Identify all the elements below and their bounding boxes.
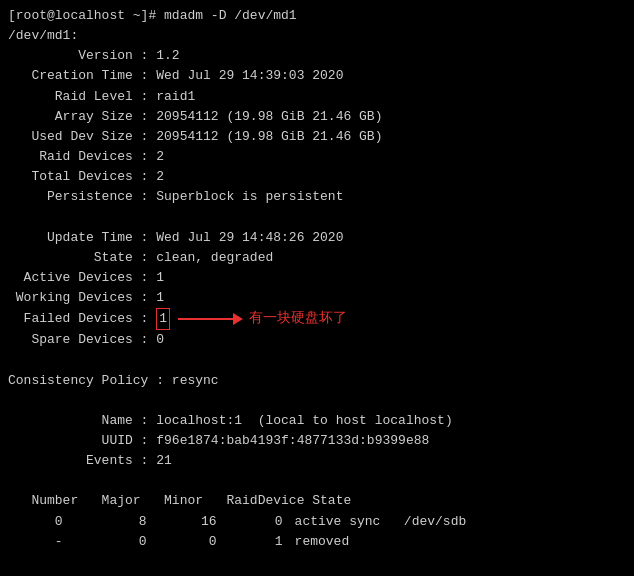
failed-devices-line: Failed Devices : 1 有一块硬盘坏了 (8, 308, 626, 330)
table-row-removed: - 0 0 1 removed (8, 532, 626, 552)
table-row-0: 0 8 16 0 active sync /dev/sdb (8, 512, 626, 532)
row0-minor: 16 (151, 512, 221, 532)
row2-major: 8 (63, 572, 151, 576)
command-line: [root@localhost ~]# mdadm -D /dev/md1 (8, 6, 626, 26)
working-devices-label: Working Devices : (8, 288, 156, 308)
state-value: clean, degraded (156, 248, 273, 268)
raid-level-value: raid1 (156, 87, 195, 107)
version-value: 1.2 (156, 46, 179, 66)
spare-devices-label: Spare Devices : (8, 330, 156, 350)
array-size-line: Array Size : 20954112 (19.98 GiB 21.46 G… (8, 107, 626, 127)
terminal: [root@localhost ~]# mdadm -D /dev/md1 /d… (0, 0, 634, 576)
row1-number: - (8, 532, 63, 552)
raid-level-line: Raid Level : raid1 (8, 87, 626, 107)
annotation-arrow: 有一块硬盘坏了 (178, 308, 347, 330)
working-devices-value: 1 (156, 288, 164, 308)
total-devices-value: 2 (156, 167, 164, 187)
failed-devices-value: 1 (156, 308, 170, 330)
update-time-line: Update Time : Wed Jul 29 14:48:26 2020 (8, 228, 626, 248)
name-label: Name : (8, 411, 156, 431)
array-size-label: Array Size : (8, 107, 156, 127)
row2-raiddevice: - (221, 572, 287, 576)
spare-devices-value: 0 (156, 330, 164, 350)
working-devices-line: Working Devices : 1 (8, 288, 626, 308)
used-dev-size-value: 20954112 (19.98 GiB 21.46 GB) (156, 127, 382, 147)
table-row-faulty: 1 8 32 - faulty /dev/sdc (8, 572, 626, 576)
creation-time-label: Creation Time : (8, 66, 156, 86)
raid-level-label: Raid Level : (8, 87, 156, 107)
used-dev-size-line: Used Dev Size : 20954112 (19.98 GiB 21.4… (8, 127, 626, 147)
dev-label-line: /dev/md1: (8, 26, 626, 46)
blank1 (8, 207, 626, 227)
total-devices-label: Total Devices : (8, 167, 156, 187)
creation-time-value: Wed Jul 29 14:39:03 2020 (156, 66, 343, 86)
row1-state: removed (295, 532, 350, 552)
dev-label: /dev/md1: (8, 26, 78, 46)
events-value: 21 (156, 451, 172, 471)
used-dev-size-label: Used Dev Size : (8, 127, 156, 147)
row0-state: active sync /dev/sdb (295, 512, 467, 532)
uuid-value: f96e1874:bab4193f:4877133d:b9399e88 (156, 431, 429, 451)
raid-devices-value: 2 (156, 147, 164, 167)
active-devices-line: Active Devices : 1 (8, 268, 626, 288)
consistency-policy-value: resync (172, 371, 219, 391)
row0-raiddevice: 0 (221, 512, 287, 532)
row0-number: 0 (8, 512, 63, 532)
raid-devices-label: Raid Devices : (8, 147, 156, 167)
row1-raiddevice: 1 (221, 532, 287, 552)
active-devices-value: 1 (156, 268, 164, 288)
persistence-value: Superblock is persistent (156, 187, 343, 207)
blank2 (8, 350, 626, 370)
table-header: Number Major Minor RaidDevice State (8, 491, 626, 511)
version-line: Version : 1.2 (8, 46, 626, 66)
blank3 (8, 391, 626, 411)
row2-state: faulty /dev/sdc (295, 572, 467, 576)
failed-devices-label: Failed Devices : (8, 309, 156, 329)
consistency-policy-label: Consistency Policy : (8, 371, 172, 391)
annotation-text: 有一块硬盘坏了 (249, 308, 347, 330)
events-label: Events : (8, 451, 156, 471)
update-time-label: Update Time : (8, 228, 156, 248)
blank5 (8, 552, 626, 572)
events-line: Events : 21 (8, 451, 626, 471)
raid-devices-line: Raid Devices : 2 (8, 147, 626, 167)
version-label: Version : (8, 46, 156, 66)
uuid-line: UUID : f96e1874:bab4193f:4877133d:b9399e… (8, 431, 626, 451)
state-line: State : clean, degraded (8, 248, 626, 268)
blank4 (8, 471, 626, 491)
name-value: localhost:1 (local to host localhost) (156, 411, 452, 431)
total-devices-line: Total Devices : 2 (8, 167, 626, 187)
state-label: State : (8, 248, 156, 268)
name-line: Name : localhost:1 (local to host localh… (8, 411, 626, 431)
persistence-label: Persistence : (8, 187, 156, 207)
array-size-value: 20954112 (19.98 GiB 21.46 GB) (156, 107, 382, 127)
prompt: [root@localhost ~]# (8, 6, 164, 26)
table-header-text: Number Major Minor RaidDevice State (8, 491, 351, 511)
command: mdadm -D /dev/md1 (164, 6, 297, 26)
persistence-line: Persistence : Superblock is persistent (8, 187, 626, 207)
creation-time-line: Creation Time : Wed Jul 29 14:39:03 2020 (8, 66, 626, 86)
row1-major: 0 (63, 532, 151, 552)
uuid-label: UUID : (8, 431, 156, 451)
update-time-value: Wed Jul 29 14:48:26 2020 (156, 228, 343, 248)
row2-minor: 32 (151, 572, 221, 576)
active-devices-label: Active Devices : (8, 268, 156, 288)
spare-devices-line: Spare Devices : 0 (8, 330, 626, 350)
row2-number: 1 (8, 572, 63, 576)
row0-major: 8 (63, 512, 151, 532)
consistency-policy-line: Consistency Policy : resync (8, 371, 626, 391)
row1-minor: 0 (151, 532, 221, 552)
